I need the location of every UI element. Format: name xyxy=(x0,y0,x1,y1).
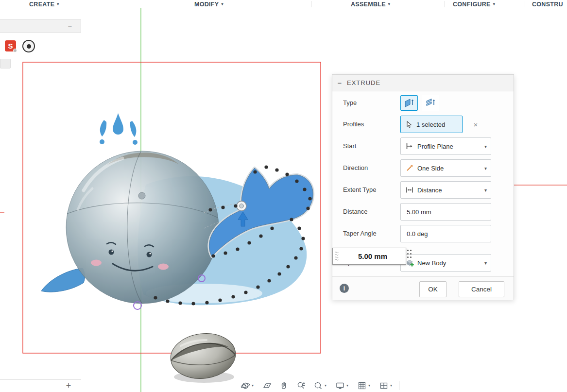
collapse-minus-button[interactable]: − xyxy=(64,19,76,33)
direction-value: One Side xyxy=(415,165,484,172)
menu-assemble[interactable]: ASSEMBLE ▾ xyxy=(351,0,390,8)
dialog-collapse-icon[interactable]: − xyxy=(332,79,347,87)
pan-icon[interactable] xyxy=(278,380,291,392)
toolbar-separator xyxy=(525,1,525,7)
toolbar-separator xyxy=(399,381,399,390)
dialog-footer: i OK Cancel xyxy=(332,276,514,300)
chevron-down-icon[interactable]: ▾ xyxy=(325,383,329,388)
profiles-select-button[interactable]: 1 selected xyxy=(400,116,463,133)
sphere-body-preview[interactable] xyxy=(66,151,219,304)
toolbar-separator xyxy=(311,1,311,7)
look-at-icon[interactable] xyxy=(261,380,274,392)
dialog-title: EXTRUDE xyxy=(347,79,380,86)
taper-angle-input[interactable] xyxy=(400,225,491,242)
toolbar-separator xyxy=(445,1,445,7)
menu-create-label: CREATE xyxy=(29,1,54,8)
operation-value: New Body xyxy=(415,259,484,267)
grid-settings-icon[interactable] xyxy=(356,380,368,392)
distance-label: Distance xyxy=(343,203,368,221)
bullseye-icon[interactable] xyxy=(22,40,35,52)
type-label: Type xyxy=(343,94,357,112)
menu-configure[interactable]: CONFIGURE ▾ xyxy=(453,0,495,8)
extrude-solid-icon xyxy=(403,97,415,109)
manipulator-handle-icon[interactable] xyxy=(407,250,413,263)
menu-configure-label: CONFIGURE xyxy=(453,1,491,8)
chevron-down-icon[interactable]: ▾ xyxy=(346,383,351,388)
floating-distance-input[interactable]: 5.00 mm xyxy=(332,248,406,265)
extrude-dialog: − EXTRUDE Type Pr xyxy=(332,74,514,300)
cursor-icon xyxy=(405,120,413,129)
window-zoom-icon[interactable] xyxy=(312,380,325,392)
extent-type-label: Extent Type xyxy=(343,181,376,199)
extrude-thin-button[interactable] xyxy=(422,95,439,111)
menu-assemble-label: ASSEMBLE xyxy=(351,1,386,8)
floating-distance-value[interactable]: 5.00 mm xyxy=(340,252,406,260)
expand-plus-button[interactable]: + xyxy=(62,380,75,392)
panel-chip xyxy=(0,59,11,68)
menu-modify[interactable]: MODIFY ▾ xyxy=(194,0,223,8)
start-value: Profile Plane xyxy=(415,143,484,150)
chevron-down-icon: ▾ xyxy=(484,260,488,266)
chevron-down-icon: ▾ xyxy=(484,166,488,171)
top-toolbar: CREATE ▾ MODIFY ▾ ASSEMBLE ▾ CONFIGURE ▾… xyxy=(0,0,567,8)
profiles-value: 1 selected xyxy=(416,121,445,128)
chevron-down-icon: ▾ xyxy=(484,144,488,149)
chevron-down-icon: ▾ xyxy=(57,2,59,6)
chevron-down-icon: ▾ xyxy=(221,2,223,6)
navigation-toolbar: ▾ ▾ ▾ xyxy=(239,379,399,392)
s-logo-badge-icon xyxy=(13,49,17,52)
menu-construct[interactable]: CONSTRU xyxy=(532,0,563,8)
chevron-down-icon: ▾ xyxy=(493,2,495,6)
chevron-down-icon[interactable]: ▾ xyxy=(390,383,395,388)
display-settings-icon[interactable] xyxy=(334,380,346,392)
taper-angle-label: Taper Angle xyxy=(343,225,377,242)
orbit-icon[interactable] xyxy=(239,380,252,392)
extent-type-dropdown[interactable]: Distance ▾ xyxy=(400,181,491,199)
distance-extent-icon xyxy=(404,185,415,195)
distance-input[interactable] xyxy=(400,203,491,221)
info-icon[interactable]: i xyxy=(340,284,349,293)
toolbar-separator xyxy=(146,1,146,7)
profiles-clear-icon[interactable]: × xyxy=(468,116,483,133)
drag-grip-icon[interactable] xyxy=(333,250,340,263)
chevron-down-icon: ▾ xyxy=(388,2,390,6)
extrude-thin-icon xyxy=(425,97,436,109)
menu-modify-label: MODIFY xyxy=(194,1,219,8)
start-label: Start xyxy=(343,137,356,155)
cancel-button[interactable]: Cancel xyxy=(459,281,504,297)
menu-create[interactable]: CREATE ▾ xyxy=(29,0,59,8)
extent-type-value: Distance xyxy=(415,187,484,194)
chevron-down-icon[interactable]: ▾ xyxy=(368,383,373,388)
profiles-label: Profiles xyxy=(343,116,364,133)
direction-label: Direction xyxy=(343,159,368,177)
bullseye-dot xyxy=(27,44,31,49)
ok-button[interactable]: OK xyxy=(419,281,447,297)
pebble-body[interactable] xyxy=(168,330,238,383)
one-side-icon xyxy=(404,163,415,173)
viewports-icon[interactable] xyxy=(378,380,390,392)
chevron-down-icon[interactable]: ▾ xyxy=(252,383,257,388)
menu-construct-label: CONSTRU xyxy=(532,1,563,8)
operation-dropdown[interactable]: New Body ▾ xyxy=(400,254,491,272)
start-dropdown[interactable]: Profile Plane ▾ xyxy=(400,137,491,155)
extrude-solid-button[interactable] xyxy=(400,95,418,111)
profile-plane-icon xyxy=(404,141,415,151)
direction-dropdown[interactable]: One Side ▾ xyxy=(400,159,491,177)
chevron-down-icon: ▾ xyxy=(484,187,488,193)
dialog-header[interactable]: − EXTRUDE xyxy=(332,75,514,91)
zoom-icon[interactable] xyxy=(295,380,308,392)
